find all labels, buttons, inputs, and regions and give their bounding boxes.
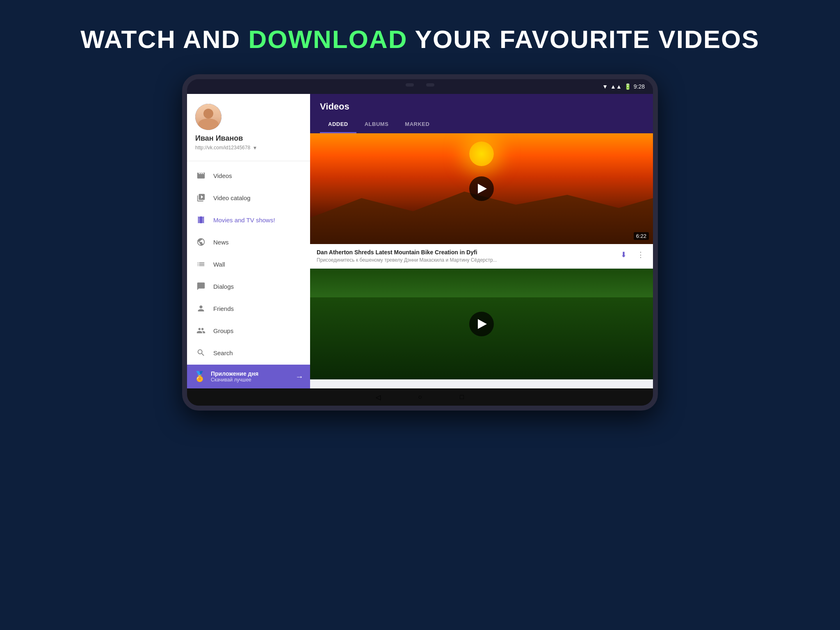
main-content: Videos ADDED ALBUMS MARKED 6:22 [310,94,653,388]
play-button-2[interactable] [469,312,494,336]
dialogs-icon [195,281,207,292]
video-card-2 [310,269,653,379]
camera-side [184,235,187,238]
dropdown-arrow-icon[interactable]: ▾ [253,144,256,151]
avatar-image [195,104,221,130]
sidebar-item-friends[interactable]: Friends [187,297,310,320]
wall-icon [195,258,207,270]
sidebar-label-friends: Friends [213,305,234,312]
video-title-1: Dan Atherton Shreds Latest Mountain Bike… [317,249,614,256]
video-desc-1: Присоединитесь к бешеному тревелу Дэнни … [317,257,614,263]
sidebar-label-dialogs: Dialogs [213,283,234,290]
download-button-1[interactable]: ⬇ [618,249,629,260]
camera-dot-1 [406,83,414,87]
sidebar-item-movies[interactable]: Movies and TV shows! [187,209,310,231]
sidebar-item-groups[interactable]: Groups [187,320,310,342]
home-icon: ○ [418,393,422,401]
tab-albums[interactable]: ALBUMS [356,118,397,133]
sidebar-item-videos[interactable]: Videos [187,164,310,187]
duration-badge-1: 6:22 [634,232,649,240]
banner-text: Приложение дня Скачивай лучшее [211,370,290,383]
user-name: Иван Иванов [195,134,302,143]
tab-added[interactable]: ADDED [320,118,356,133]
play-button-1[interactable] [469,176,494,201]
user-url-row: http://vk.com/id12345678 ▾ [195,144,302,151]
status-icons: ▼ ▲▲ 🔋 9:28 [602,83,645,90]
sidebar-item-search[interactable]: Search [187,342,310,364]
video-thumbnail-2[interactable] [310,269,653,379]
back-nav-button[interactable]: ◁ [374,393,383,402]
tablet-frame: ▼ ▲▲ 🔋 9:28 Иван Иванов http://vk.com/id… [182,74,658,411]
sidebar: Иван Иванов http://vk.com/id12345678 ▾ V… [187,94,310,388]
wifi-icon: ▼ [602,83,608,90]
banner-title: Приложение дня [211,370,290,377]
camera-area [406,83,434,87]
status-bar: ▼ ▲▲ 🔋 9:28 [187,79,653,94]
news-icon [195,236,207,248]
sidebar-item-video-catalog[interactable]: Video catalog [187,187,310,209]
sidebar-label-videos: Videos [213,172,232,179]
user-profile: Иван Иванов http://vk.com/id12345678 ▾ [187,94,310,158]
app-of-day-banner[interactable]: 🏅 Приложение дня Скачивай лучшее → [187,365,310,388]
videos-list: 6:22 Dan Atherton Shreds Latest Mountain… [310,133,653,388]
video-catalog-icon [195,192,207,203]
banner-icon: 🏅 [194,371,206,382]
movies-icon [195,214,207,226]
sidebar-item-wall[interactable]: Wall [187,253,310,275]
tab-marked[interactable]: MARKED [397,118,438,133]
video-text-1: Dan Atherton Shreds Latest Mountain Bike… [317,249,614,263]
videos-icon [195,170,207,181]
recent-nav-button[interactable]: □ [457,393,466,402]
main-headline: WATCH AND DOWNLOAD YOUR FAVOURITE VIDEOS [80,25,759,54]
sidebar-label-video-catalog: Video catalog [213,194,251,201]
tabs-row: ADDED ALBUMS MARKED [320,118,643,133]
app-area: Иван Иванов http://vk.com/id12345678 ▾ V… [187,94,653,388]
more-options-button-1[interactable]: ⋮ [635,249,646,260]
home-nav-button[interactable]: ○ [415,393,425,402]
volume-button-left [184,161,186,182]
camera-dot-2 [426,83,434,87]
video-thumbnail-1[interactable]: 6:22 [310,133,653,244]
search-icon [195,347,207,358]
sidebar-item-dialogs[interactable]: Dialogs [187,275,310,297]
sidebar-label-search: Search [213,349,233,356]
video-actions-1: ⬇ ⋮ [618,249,646,260]
sidebar-label-news: News [213,239,229,246]
content-title: Videos [320,101,643,112]
headline-highlight: DOWNLOAD [249,25,408,53]
sidebar-item-news[interactable]: News [187,231,310,253]
time-display: 9:28 [634,83,645,90]
sidebar-label-groups: Groups [213,327,233,334]
profile-divider [187,161,310,161]
video-card-1: 6:22 Dan Atherton Shreds Latest Mountain… [310,133,653,268]
banner-subtitle: Скачивай лучшее [211,377,290,383]
avatar [195,104,221,130]
back-icon: ◁ [376,393,381,401]
user-url: http://vk.com/id12345678 [195,145,250,151]
signal-icon: ▲▲ [610,83,622,90]
sidebar-label-movies: Movies and TV shows! [213,217,275,224]
video-info-1: Dan Atherton Shreds Latest Mountain Bike… [310,244,653,268]
android-nav-bar: ◁ ○ □ [187,388,653,406]
groups-icon [195,325,207,336]
battery-icon: 🔋 [624,83,631,90]
friends-icon [195,303,207,314]
thumbnail-trees [310,297,653,379]
menu-items: Videos Video catalog Movies and TV shows… [187,164,310,365]
power-button-right [654,182,656,202]
headline-prefix: WATCH AND [80,25,248,53]
content-header: Videos ADDED ALBUMS MARKED [310,94,653,133]
headline-suffix: YOUR FAVOURITE VIDEOS [407,25,759,53]
sidebar-label-wall: Wall [213,261,225,268]
banner-arrow-icon: → [295,372,304,381]
recent-icon: □ [460,393,464,401]
